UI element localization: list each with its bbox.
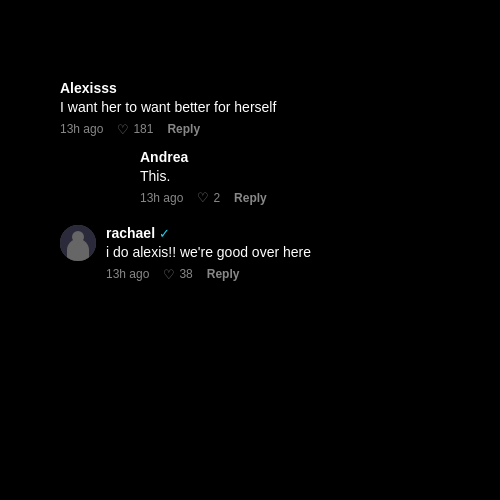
reply-andrea: Andrea This. 13h ago ♡ 2 Reply bbox=[140, 149, 460, 206]
avatar-image-rachael bbox=[60, 225, 96, 261]
heart-icon-andrea: ♡ bbox=[197, 190, 209, 205]
comment-meta-andrea: 13h ago ♡ 2 Reply bbox=[140, 190, 460, 205]
like-count-andrea: 2 bbox=[213, 191, 220, 205]
timestamp-rachael: 13h ago bbox=[106, 267, 149, 281]
timestamp-andrea: 13h ago bbox=[140, 191, 183, 205]
username-row-rachael: rachael ✓ bbox=[106, 225, 460, 241]
comment-alexisss: Alexisss I want her to want better for h… bbox=[60, 80, 460, 205]
username-row-alexisss: Alexisss bbox=[60, 80, 460, 96]
avatar-rachael bbox=[60, 225, 96, 261]
like-section-alexisss[interactable]: ♡ 181 bbox=[117, 122, 153, 137]
username-andrea: Andrea bbox=[140, 149, 188, 165]
reply-button-andrea[interactable]: Reply bbox=[234, 191, 267, 205]
username-row-andrea: Andrea bbox=[140, 149, 460, 165]
comment-meta-rachael: 13h ago ♡ 38 Reply bbox=[106, 267, 460, 282]
comment-text-rachael: i do alexis!! we're good over here bbox=[106, 243, 460, 263]
comments-container: Alexisss I want her to want better for h… bbox=[0, 0, 500, 500]
comment-main-rachael: rachael ✓ i do alexis!! we're good over … bbox=[60, 225, 460, 282]
comment-text-alexisss: I want her to want better for herself bbox=[60, 98, 460, 118]
comment-rachael: rachael ✓ i do alexis!! we're good over … bbox=[60, 225, 460, 282]
like-count-alexisss: 181 bbox=[133, 122, 153, 136]
like-section-andrea[interactable]: ♡ 2 bbox=[197, 190, 220, 205]
like-count-rachael: 38 bbox=[179, 267, 192, 281]
like-section-rachael[interactable]: ♡ 38 bbox=[163, 267, 192, 282]
reply-button-rachael[interactable]: Reply bbox=[207, 267, 240, 281]
heart-icon-alexisss: ♡ bbox=[117, 122, 129, 137]
comment-body-andrea: Andrea This. 13h ago ♡ 2 Reply bbox=[140, 149, 460, 206]
comment-meta-alexisss: 13h ago ♡ 181 Reply bbox=[60, 122, 460, 137]
comment-body-rachael: rachael ✓ i do alexis!! we're good over … bbox=[106, 225, 460, 282]
reply-button-alexisss[interactable]: Reply bbox=[167, 122, 200, 136]
heart-icon-rachael: ♡ bbox=[163, 267, 175, 282]
username-alexisss: Alexisss bbox=[60, 80, 117, 96]
username-rachael: rachael bbox=[106, 225, 155, 241]
comment-text-andrea: This. bbox=[140, 167, 460, 187]
comment-body-alexisss: Alexisss I want her to want better for h… bbox=[60, 80, 460, 137]
timestamp-alexisss: 13h ago bbox=[60, 122, 103, 136]
verified-icon-rachael: ✓ bbox=[159, 226, 170, 241]
